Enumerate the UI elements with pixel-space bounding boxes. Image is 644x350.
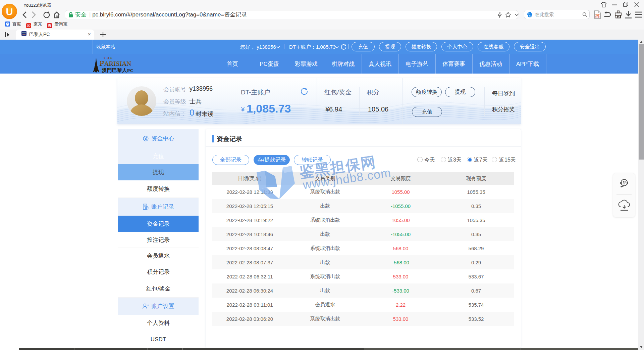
- svg-text:PDF: PDF: [595, 13, 600, 16]
- svg-text:澳門巴黎人PC: 澳門巴黎人PC: [102, 68, 133, 73]
- svg-text:PARISIAN: PARISIAN: [99, 59, 131, 68]
- svg-text:THE: THE: [103, 56, 114, 59]
- svg-text:du: du: [529, 15, 531, 17]
